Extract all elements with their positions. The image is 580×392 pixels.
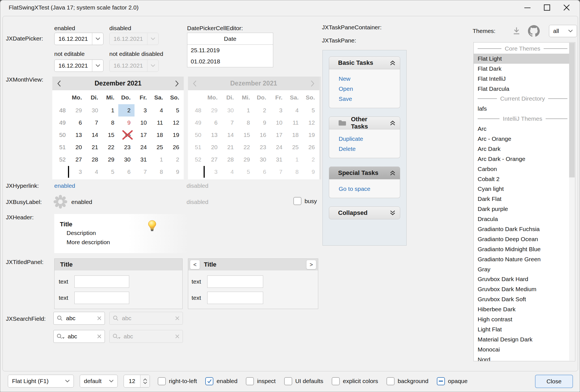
text-input[interactable]	[207, 275, 263, 288]
task-link-new[interactable]: New	[339, 74, 400, 84]
calendar-day[interactable]: 15	[102, 129, 118, 141]
clear-icon[interactable]	[97, 316, 102, 321]
next-month-button[interactable]	[175, 80, 179, 87]
font-size-value[interactable]: 12	[124, 375, 140, 387]
theme-item-flat-intellij[interactable]: Flat IntelliJ	[474, 74, 569, 84]
panel-prev-button[interactable]: <	[190, 260, 200, 269]
calendar-day[interactable]: 8	[151, 166, 167, 178]
checkbox-explicit-colors[interactable]: explicit colors	[332, 377, 378, 385]
calendar-day[interactable]: 26	[167, 141, 183, 153]
theme-item-dark-flat[interactable]: Dark Flat	[474, 194, 569, 204]
calendar-day[interactable]: 24	[135, 141, 151, 153]
close-button[interactable]: Close	[535, 375, 573, 388]
github-icon[interactable]	[528, 25, 540, 37]
calendar-day[interactable]: 5	[102, 166, 118, 178]
datepicker-value[interactable]: 16.12.2021	[55, 33, 92, 45]
taskpane-header[interactable]: Collapsed	[329, 206, 400, 219]
calendar-day[interactable]: 4	[151, 104, 167, 117]
minimize-button[interactable]	[518, 0, 537, 15]
checkbox-right-to-left[interactable]: right-to-left	[158, 377, 197, 385]
theme-item-arc-dark-orange[interactable]: Arc Dark - Orange	[474, 154, 569, 164]
theme-item-cobalt-2[interactable]: Cobalt 2	[474, 174, 569, 184]
calendar-day[interactable]: 30	[118, 153, 135, 166]
calendar-day[interactable]: 27	[70, 153, 86, 166]
calendar-day[interactable]: 6	[118, 166, 135, 178]
calendar-day[interactable]: 3	[135, 104, 151, 117]
theme-item-light-flat[interactable]: Light Flat	[474, 324, 569, 334]
calendar-day[interactable]: 1	[151, 153, 167, 166]
task-link-open[interactable]: Open	[339, 84, 400, 94]
calendar-day[interactable]: 31	[135, 153, 151, 166]
checkbox-ui-defaults[interactable]: UI defaults	[284, 377, 323, 385]
calendar-day[interactable]: 25	[151, 141, 167, 153]
search-value[interactable]: abc	[66, 315, 76, 322]
theme-item-material-design-dark[interactable]: Material Design Dark	[474, 334, 569, 345]
checkbox-box[interactable]	[437, 377, 445, 385]
theme-item-arc[interactable]: Arc	[474, 124, 569, 134]
calendar-day[interactable]: 9	[118, 117, 135, 129]
calendar-day[interactable]: 7	[135, 166, 151, 178]
calendar-day[interactable]: 19	[167, 129, 183, 141]
datepicker-enabled[interactable]: 16.12.2021	[54, 33, 103, 45]
search-with-options-icon[interactable]	[56, 333, 65, 340]
calendar-day[interactable]: 20	[70, 141, 86, 153]
theme-item-flat-light[interactable]: Flat Light	[474, 54, 569, 64]
close-window-button[interactable]	[557, 0, 576, 15]
checkbox-box[interactable]	[293, 197, 301, 205]
theme-item-arc-orange[interactable]: Arc - Orange	[474, 134, 569, 144]
calendar-day[interactable]: 10	[135, 117, 151, 129]
font-select[interactable]: default	[80, 375, 118, 388]
theme-item-arc-dark[interactable]: Arc Dark	[474, 144, 569, 154]
calendar-day[interactable]: 29	[102, 153, 118, 166]
calendar-day[interactable]: 28	[86, 153, 102, 166]
text-input[interactable]	[74, 292, 129, 304]
chevron-down-icon[interactable]	[92, 60, 103, 72]
theme-item-nord[interactable]: Nord	[474, 355, 569, 361]
prev-month-button[interactable]	[57, 80, 61, 87]
calendar-day[interactable]: 29	[70, 104, 86, 117]
theme-item-flat-darcula[interactable]: Flat Darcula	[474, 84, 569, 94]
datepicker-not-editable[interactable]: 16.12.2021	[54, 60, 103, 72]
calendar-day[interactable]: 23	[118, 141, 135, 153]
taskpane-header[interactable]: Other Tasks	[329, 117, 400, 129]
searchfield-enabled[interactable]: abc	[53, 312, 105, 325]
checkbox-busy[interactable]: busy	[293, 197, 317, 205]
checkbox-box[interactable]	[386, 377, 395, 385]
date-table-row[interactable]: 25.11.2019	[187, 45, 273, 56]
taskpane-header[interactable]: Special Tasks	[329, 167, 400, 179]
theme-item-carbon[interactable]: Carbon	[474, 164, 569, 174]
task-link-delete[interactable]: Delete	[339, 144, 400, 154]
checkbox-background[interactable]: background	[386, 377, 428, 385]
chevron-down-icon[interactable]	[92, 33, 103, 45]
taskpane-header[interactable]: Basic Tasks	[329, 56, 400, 69]
calendar-day[interactable]: 17	[135, 129, 151, 141]
search-value[interactable]: abc	[68, 333, 77, 340]
checkbox-enabled[interactable]: enabled	[205, 377, 237, 385]
theme-item-hiberbee-dark[interactable]: Hiberbee Dark	[474, 304, 569, 314]
calendar-day[interactable]: 13	[70, 129, 86, 141]
theme-item-gruvbox-dark-soft[interactable]: Gruvbox Dark Soft	[474, 294, 569, 304]
theme-item-gruvbox-dark-medium[interactable]: Gruvbox Dark Medium	[474, 284, 569, 294]
calendar-day[interactable]: 2	[167, 153, 183, 166]
calendar-day[interactable]: 5	[167, 104, 183, 117]
download-icon[interactable]	[511, 26, 522, 36]
calendar-day[interactable]: 11	[151, 117, 167, 129]
text-input[interactable]	[74, 275, 129, 288]
theme-item-gradianto-midnight-blue[interactable]: Gradianto Midnight Blue	[474, 244, 569, 254]
theme-item-gray[interactable]: Gray	[474, 264, 569, 274]
calendar-day[interactable]: 12	[167, 117, 183, 129]
date-table-row[interactable]: 01.02.2018	[187, 56, 273, 67]
theme-item-gradianto-dark-fuchsia[interactable]: Gradianto Dark Fuchsia	[474, 224, 569, 234]
monthview-enabled[interactable]: Dezember 2021 Mo.Di.Mi.Do.Fr.Sa.So.48293…	[52, 77, 184, 179]
checkbox-opaque[interactable]: opaque	[437, 377, 468, 385]
theme-item-cyan-light[interactable]: Cyan light	[474, 184, 569, 194]
text-input[interactable]	[207, 292, 263, 304]
panel-next-button[interactable]: >	[306, 260, 316, 269]
date-table[interactable]: Date 25.11.201901.02.2018	[187, 33, 273, 67]
checkbox-box[interactable]	[332, 377, 340, 385]
theme-item-monocai[interactable]: Monocai	[474, 345, 569, 355]
checkbox-inspect[interactable]: inspect	[246, 377, 276, 385]
calendar-day[interactable]: 21	[86, 141, 102, 153]
font-size-stepper[interactable]: 12	[124, 375, 150, 388]
checkbox-box[interactable]	[158, 377, 166, 385]
